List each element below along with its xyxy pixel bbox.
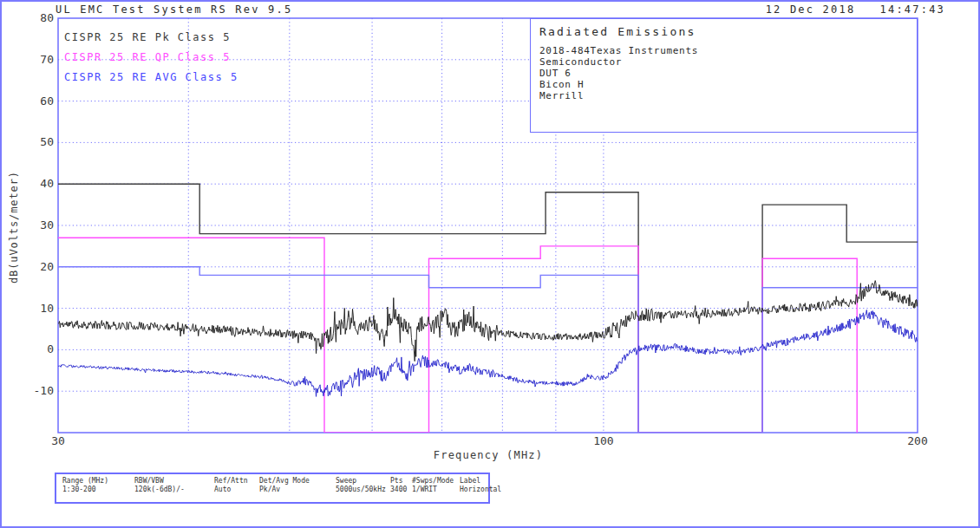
y-tick-label: -10 <box>17 384 54 397</box>
y-tick-label: 30 <box>17 218 54 231</box>
settings-header: #Swps/Mode <box>412 477 454 485</box>
test-title: Radiated Emissions <box>539 25 696 38</box>
settings-header: Pts <box>390 477 402 485</box>
x-tick-label: 200 <box>907 434 927 447</box>
sweep-settings-table: Range (MHz)1:30-200RBW/VBW120k(-6dB)/-Re… <box>55 473 490 504</box>
y-tick-label: 80 <box>17 11 54 24</box>
datetime-gap <box>855 3 879 16</box>
avg-limit-line <box>58 267 918 433</box>
settings-header: RBW/VBW <box>134 477 164 485</box>
legend-item-qp: CISPR 25 RE QP Class 5 <box>64 50 238 70</box>
settings-value: 120k(-6dB)/- <box>134 486 185 493</box>
settings-value: 1:30-200 <box>62 486 96 493</box>
datetime: 12 Dec 2018 14:47:43 <box>766 3 945 16</box>
test-info-company: Semiconductor <box>539 57 622 67</box>
y-tick-label: 20 <box>17 260 54 273</box>
settings-value: Pk/Av <box>259 486 280 493</box>
avg-measurement-trace <box>58 310 918 397</box>
settings-value: 3400 <box>390 486 407 493</box>
y-tick-label: 60 <box>17 95 54 108</box>
settings-value: 1/WRIT <box>412 486 437 493</box>
test-info-engineer: Merrill <box>539 91 584 101</box>
y-tick-label: 50 <box>17 135 54 148</box>
pk-measurement-trace <box>58 281 918 362</box>
time-label: 14:47:43 <box>880 3 945 16</box>
settings-header: Range (MHz) <box>62 477 108 485</box>
settings-header: Label <box>460 477 480 485</box>
settings-value: 5000us/50kHz <box>336 486 386 493</box>
settings-value: Horizontal <box>460 486 501 493</box>
settings-header: Ref/Attn <box>214 477 248 485</box>
pk-limit-line <box>58 184 918 433</box>
app-title: UL EMC Test System RS Rev 9.5 <box>56 3 292 16</box>
settings-header: Sweep <box>336 477 356 485</box>
y-tick-label: 10 <box>17 302 54 315</box>
date-label: 12 Dec 2018 <box>766 3 856 16</box>
y-tick-label: 40 <box>17 177 54 190</box>
test-info-antenna: Bicon H <box>539 80 584 89</box>
y-tick-label: 0 <box>17 342 54 355</box>
limit-legend: CISPR 25 RE Pk Class 5 CISPR 25 RE QP Cl… <box>64 30 238 90</box>
test-info-dut: DUT 6 <box>539 68 572 78</box>
y-tick-label: 70 <box>17 53 54 66</box>
x-tick-label: 30 <box>51 434 65 447</box>
x-axis-label: Frequency (MHz) <box>0 449 977 461</box>
x-tick-label: 100 <box>593 434 613 447</box>
legend-item-pk: CISPR 25 RE Pk Class 5 <box>64 30 238 50</box>
settings-header: Det/Avg Mode <box>259 477 310 485</box>
test-info-box: Radiated Emissions 2018-484Texas Instrum… <box>530 18 918 133</box>
legend-item-avg: CISPR 25 RE AVG Class 5 <box>64 70 238 90</box>
test-info-project: 2018-484Texas Instruments <box>539 46 698 55</box>
settings-value: Auto <box>214 486 231 493</box>
